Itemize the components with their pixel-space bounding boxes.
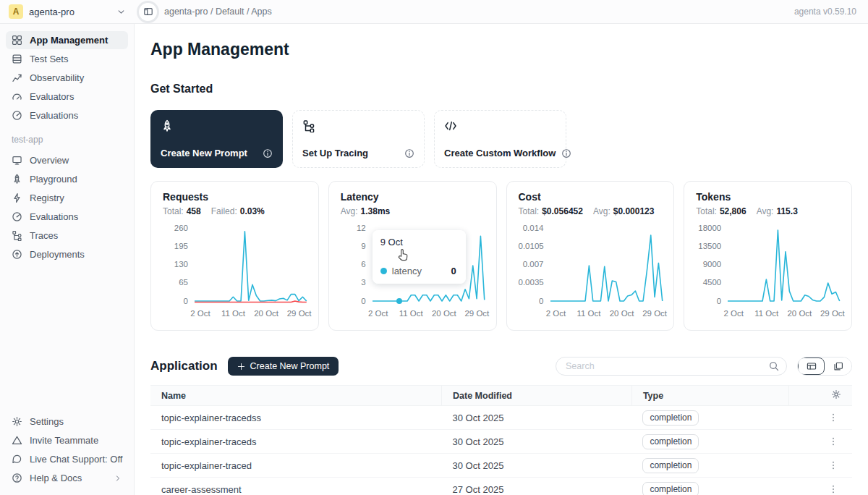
row-menu-button[interactable] — [825, 411, 841, 424]
chart-plot-tokens[interactable] — [728, 224, 840, 305]
sidebar-item-invite-teammate[interactable]: Invite Teammate — [6, 431, 128, 449]
evaluations-icon — [12, 211, 22, 222]
type-badge: completion — [642, 458, 699, 473]
trace-icon — [302, 119, 315, 132]
app-date-modified: 30 Oct 2025 — [442, 454, 632, 478]
sidebar-item-deployments[interactable]: Deployments — [6, 245, 128, 263]
series-dot-icon — [380, 268, 387, 274]
metrics-charts-row: Requests Total:458Failed:0.03% 260195130… — [150, 181, 852, 331]
sidebar-item-traces[interactable]: Traces — [6, 227, 128, 245]
row-menu-button[interactable] — [825, 435, 841, 448]
view-toggle — [797, 357, 852, 376]
panel-icon — [143, 7, 153, 17]
table-row-topic-explainer-traceds[interactable]: topic-explainer-traceds 30 Oct 2025 comp… — [150, 430, 852, 454]
tableview-icon — [807, 361, 817, 371]
create-new-prompt-button[interactable]: Create New Prompt — [228, 357, 339, 376]
sidebar-item-observability[interactable]: Observability — [6, 69, 128, 87]
metric-card-tokens: Tokens Total:52,806Avg:115.3 18000135009… — [684, 181, 852, 331]
top-bar: A agenta-pro agenta-pro / Default / Apps… — [0, 0, 868, 24]
rocket-icon — [12, 174, 22, 185]
invite-icon — [12, 435, 22, 446]
sidebar-item-evaluations[interactable]: Evaluations — [6, 106, 128, 124]
column-header-name[interactable]: Name — [150, 386, 442, 406]
get-started-card-set-up-tracing[interactable]: Set Up Tracing — [292, 110, 425, 168]
metric-stats: Total:52,806Avg:115.3 — [696, 206, 840, 216]
evaluators-icon — [12, 91, 22, 102]
metric-title: Tokens — [696, 191, 840, 203]
app-version: agenta v0.59.10 — [794, 7, 868, 17]
metric-stats: Total:$0.056452Avg:$0.000123 — [519, 206, 663, 216]
get-started-card-create-new-prompt[interactable]: Create New Prompt — [150, 110, 283, 168]
chart-tooltip: 9 Oct latency 0 — [373, 230, 466, 284]
sidebar-item-settings[interactable]: Settings — [6, 412, 128, 431]
sidebar-item-overview[interactable]: Overview — [6, 151, 128, 169]
info-icon — [263, 148, 273, 158]
dots-icon — [828, 412, 838, 423]
plus-icon — [237, 363, 245, 371]
overview-icon — [12, 155, 22, 166]
chevright-icon — [114, 474, 122, 483]
search-input[interactable] — [566, 361, 769, 371]
y-axis-labels: 129630 — [341, 224, 373, 305]
column-settings[interactable] — [789, 386, 852, 406]
chart-plot-requests[interactable] — [195, 224, 307, 305]
card-view-button[interactable] — [825, 358, 851, 375]
evaluations-icon — [12, 110, 22, 121]
row-menu-button[interactable] — [825, 483, 841, 495]
panel-icon — [143, 7, 153, 17]
page-title: App Management — [150, 40, 852, 59]
card-view-icon — [833, 361, 843, 371]
get-started-card-create-custom-workflow[interactable]: Create Custom Workflow — [434, 110, 566, 168]
workspace-name: agenta-pro — [29, 7, 111, 17]
search-icon — [769, 361, 779, 371]
workspace-switcher[interactable]: A agenta-pro — [0, 4, 135, 19]
gear-icon — [831, 389, 841, 399]
registry-icon — [12, 192, 22, 203]
info-icon — [404, 148, 414, 158]
cardview-icon — [833, 361, 843, 371]
metric-stats: Avg:1.38ms — [341, 206, 485, 216]
workspace-avatar: A — [9, 4, 23, 19]
dots-icon — [828, 484, 838, 494]
sidebar-item-app-management[interactable]: App Management — [6, 31, 128, 49]
table-row-career-assessment[interactable]: career-assessment 27 Oct 2025 completion — [150, 478, 852, 495]
sidebar-item-evaluations[interactable]: Evaluations — [6, 208, 128, 226]
plus-icon — [237, 363, 245, 371]
sidebar-item-evaluators[interactable]: Evaluators — [6, 88, 128, 106]
sidebar-item-playground[interactable]: Playground — [6, 170, 128, 188]
chevron-down-icon — [116, 7, 126, 17]
search-icon[interactable] — [769, 361, 779, 371]
app-name: topic-explainer-tracedss — [150, 406, 442, 430]
table-view-button[interactable] — [798, 358, 825, 375]
table-row-topic-explainer-tracedss[interactable]: topic-explainer-tracedss 30 Oct 2025 com… — [150, 406, 852, 430]
type-badge: completion — [642, 410, 699, 426]
row-menu-button[interactable] — [825, 459, 841, 472]
column-header-date-modified[interactable]: Date Modified — [442, 386, 632, 406]
chart-plot-latency[interactable]: 9 Oct latency 0 — [373, 224, 485, 305]
column-header-type[interactable]: Type — [631, 386, 788, 406]
observability-icon — [12, 72, 22, 83]
y-axis-labels: 0.0140.01050.0070.00350 — [519, 224, 550, 305]
sidebar-item-registry[interactable]: Registry — [6, 189, 128, 207]
metric-card-cost: Cost Total:$0.056452Avg:$0.000123 0.0140… — [506, 181, 675, 331]
chart-plot-cost[interactable] — [550, 224, 663, 305]
sidebar-item-live-chat-support-off[interactable]: Live Chat Support: Off — [6, 450, 128, 468]
x-axis-labels: 2 Oct11 Oct20 Oct29 Oct — [733, 308, 840, 319]
search-box — [556, 357, 787, 376]
sidebar-item-help-docs[interactable]: Help & Docs — [6, 469, 128, 487]
x-axis-labels: 2 Oct11 Oct20 Oct29 Oct — [200, 308, 307, 319]
metric-title: Cost — [519, 191, 663, 203]
table-row-topic-explainer-traced[interactable]: topic-explainer-traced 30 Oct 2025 compl… — [150, 454, 852, 478]
sidebar-toggle-button[interactable] — [139, 3, 157, 21]
code-icon — [444, 119, 457, 132]
get-started-heading: Get Started — [150, 82, 852, 96]
app-date-modified: 30 Oct 2025 — [442, 406, 632, 430]
application-heading: Application — [150, 359, 218, 373]
x-axis-labels: 2 Oct11 Oct20 Oct29 Oct — [378, 308, 485, 319]
app-date-modified: 27 Oct 2025 — [442, 478, 632, 495]
main-content: App Management Get Started Create New Pr… — [135, 24, 868, 495]
sidebar-item-test-sets[interactable]: Test Sets — [6, 50, 128, 68]
y-axis-labels: 260195130650 — [163, 224, 195, 305]
x-axis-labels: 2 Oct11 Oct20 Oct29 Oct — [556, 308, 663, 319]
type-badge: completion — [642, 482, 699, 495]
